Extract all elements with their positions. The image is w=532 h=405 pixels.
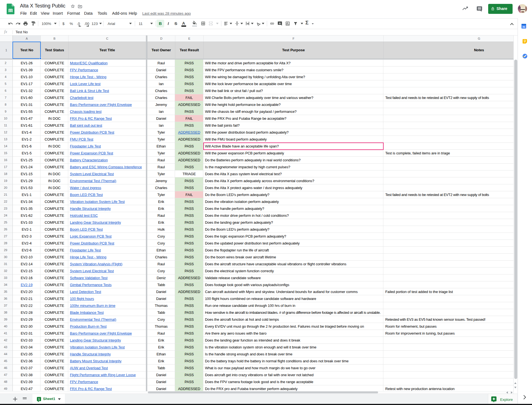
svg-text:31: 31 <box>522 25 525 28</box>
svg-text:1: 1 <box>38 398 40 401</box>
